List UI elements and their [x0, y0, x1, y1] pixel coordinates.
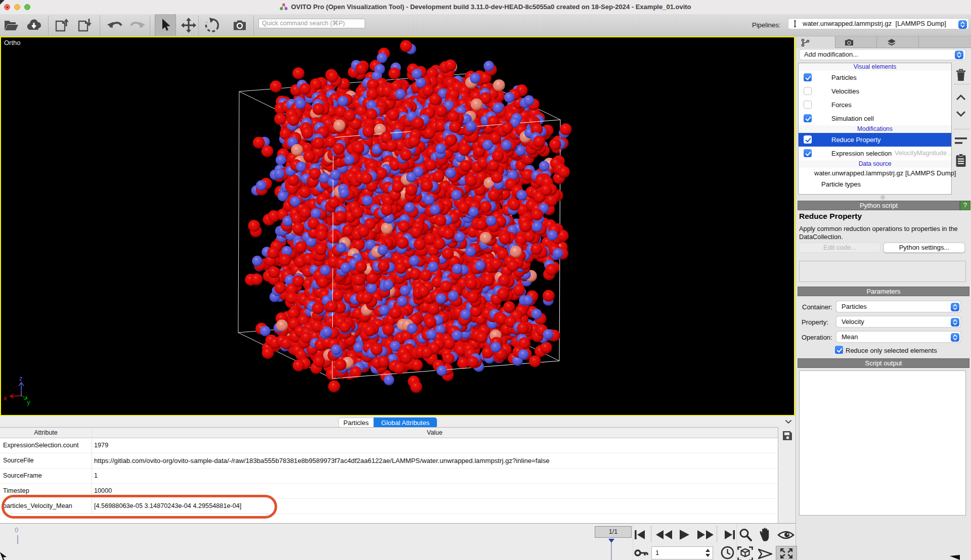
- svg-text:x: x: [4, 394, 7, 402]
- svg-text:y: y: [27, 398, 30, 406]
- svg-text:z: z: [19, 375, 23, 382]
